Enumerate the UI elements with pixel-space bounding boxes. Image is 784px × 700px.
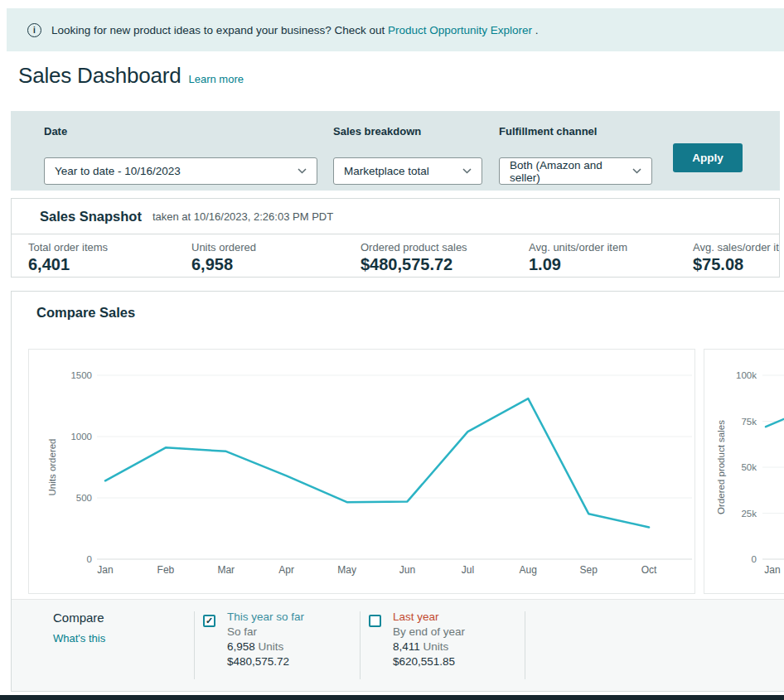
sales-breakdown-select[interactable]: Marketplace total bbox=[333, 157, 482, 185]
apply-button[interactable]: Apply bbox=[673, 143, 743, 172]
sales-snapshot-title: Sales Snapshot bbox=[40, 209, 142, 224]
fulfillment-channel-select[interactable]: Both (Amazon and seller) bbox=[499, 157, 652, 185]
ordered-product-sales-chart-svg: 025k50k75k100kOrdered product salesJan bbox=[704, 350, 784, 593]
snapshot-timestamp: taken at 10/16/2023, 2:26:03 PM PDT bbox=[152, 210, 333, 223]
title-bar: Sales Dashboard Learn more bbox=[18, 63, 244, 89]
svg-text:25k: 25k bbox=[741, 509, 757, 519]
last-year-legend-item: Last year By end of year 8,411 Units $62… bbox=[393, 610, 465, 669]
compare-label: Compare bbox=[53, 611, 104, 625]
svg-text:500: 500 bbox=[76, 493, 92, 503]
svg-text:Apr: Apr bbox=[278, 564, 294, 576]
metric-label: Units ordered bbox=[191, 241, 256, 253]
svg-text:Feb: Feb bbox=[157, 564, 175, 576]
metric-value: 6,958 bbox=[191, 255, 256, 274]
metric-avg-units-per-order: Avg. units/order item 1.09 bbox=[529, 241, 627, 274]
svg-text:Sep: Sep bbox=[580, 564, 598, 576]
legend-sales: $480,575.72 bbox=[227, 654, 304, 669]
svg-text:1500: 1500 bbox=[70, 370, 92, 380]
svg-text:0: 0 bbox=[752, 554, 757, 564]
svg-text:Jul: Jul bbox=[462, 564, 474, 576]
sales-snapshot-panel: Sales Snapshot taken at 10/16/2023, 2:26… bbox=[11, 198, 780, 278]
metric-label: Avg. units/order item bbox=[529, 241, 627, 253]
compare-sales-panel: Compare Sales 050010001500Units orderedJ… bbox=[11, 291, 784, 692]
page-title: Sales Dashboard bbox=[18, 63, 181, 89]
date-filter-value: Year to date - 10/16/2023 bbox=[55, 165, 181, 177]
svg-text:Aug: Aug bbox=[520, 564, 537, 576]
metric-label: Ordered product sales bbox=[361, 241, 467, 253]
svg-text:0: 0 bbox=[87, 554, 92, 564]
legend-divider bbox=[525, 611, 525, 679]
legend-units: 6,958 Units bbox=[227, 640, 304, 654]
sales-dashboard-page: i Looking for new product ideas to expan… bbox=[0, 0, 784, 700]
units-ordered-chart-svg: 050010001500Units orderedJanFebMarAprMay… bbox=[29, 350, 694, 593]
compare-sales-title: Compare Sales bbox=[36, 305, 135, 321]
metric-label: Avg. sales/order item bbox=[693, 241, 780, 253]
metric-total-order-items: Total order items 6,401 bbox=[28, 241, 108, 274]
date-filter-group: Date Year to date - 10/16/2023 bbox=[44, 125, 67, 138]
svg-text:Jun: Jun bbox=[399, 564, 415, 576]
whats-this-link[interactable]: What's this bbox=[53, 632, 105, 644]
fulfillment-channel-value: Both (Amazon and seller) bbox=[510, 159, 626, 184]
fulfillment-channel-filter-group: Fulfillment channel Both (Amazon and sel… bbox=[499, 125, 597, 138]
date-filter-select[interactable]: Year to date - 10/16/2023 bbox=[44, 157, 317, 185]
banner-text-before: Looking for new product ideas to expand … bbox=[51, 24, 388, 36]
legend-series-name: Last year bbox=[393, 610, 465, 625]
metric-avg-sales-per-order: Avg. sales/order item $75.08 bbox=[693, 241, 780, 274]
banner-text-after: . bbox=[532, 24, 539, 36]
svg-text:May: May bbox=[337, 564, 356, 576]
footer-bar bbox=[0, 695, 784, 700]
date-filter-label: Date bbox=[44, 125, 67, 138]
product-opportunity-explorer-link[interactable]: Product Opportunity Explorer bbox=[388, 24, 532, 36]
chevron-down-icon bbox=[298, 168, 307, 174]
legend-divider bbox=[360, 611, 361, 679]
last-year-checkbox[interactable] bbox=[369, 615, 381, 627]
this-year-legend-item: This year so far So far 6,958 Units $480… bbox=[227, 610, 304, 669]
info-banner: i Looking for new product ideas to expan… bbox=[7, 8, 784, 51]
legend-period: By end of year bbox=[393, 625, 465, 640]
svg-text:50k: 50k bbox=[741, 462, 757, 472]
svg-text:1000: 1000 bbox=[70, 432, 92, 442]
metric-value: $480,575.72 bbox=[361, 255, 467, 274]
metric-value: $75.08 bbox=[693, 255, 780, 274]
compare-legend-band: Compare What's this ✓ This year so far S… bbox=[12, 599, 784, 692]
units-ordered-chart: 050010001500Units orderedJanFebMarAprMay… bbox=[28, 349, 695, 594]
metric-ordered-product-sales: Ordered product sales $480,575.72 bbox=[361, 241, 467, 274]
svg-text:Ordered product sales: Ordered product sales bbox=[716, 420, 726, 514]
legend-period: So far bbox=[227, 625, 304, 640]
svg-text:Jan: Jan bbox=[764, 564, 780, 576]
sales-snapshot-header: Sales Snapshot taken at 10/16/2023, 2:26… bbox=[12, 199, 779, 234]
svg-text:100k: 100k bbox=[736, 370, 757, 380]
metric-label: Total order items bbox=[28, 241, 108, 253]
metric-value: 6,401 bbox=[28, 255, 108, 274]
legend-series-name: This year so far bbox=[227, 610, 304, 625]
filter-bar: Date Year to date - 10/16/2023 Sales bre… bbox=[11, 111, 780, 191]
chevron-down-icon bbox=[462, 168, 472, 174]
banner-text: Looking for new product ideas to expand … bbox=[51, 24, 539, 36]
svg-text:Mar: Mar bbox=[217, 564, 235, 576]
sales-breakdown-filter-group: Sales breakdown Marketplace total bbox=[333, 125, 421, 138]
learn-more-link[interactable]: Learn more bbox=[188, 73, 243, 85]
chevron-down-icon bbox=[632, 168, 641, 174]
legend-units: 8,411 Units bbox=[393, 640, 465, 654]
svg-text:Units ordered: Units ordered bbox=[47, 438, 57, 495]
svg-text:Oct: Oct bbox=[641, 564, 657, 576]
svg-text:Jan: Jan bbox=[97, 564, 113, 576]
fulfillment-channel-label: Fulfillment channel bbox=[499, 125, 597, 138]
sales-breakdown-label: Sales breakdown bbox=[333, 125, 421, 138]
legend-divider bbox=[194, 611, 195, 679]
info-icon: i bbox=[27, 23, 41, 37]
metric-value: 1.09 bbox=[529, 255, 627, 274]
svg-text:75k: 75k bbox=[741, 417, 757, 427]
metric-units-ordered: Units ordered 6,958 bbox=[191, 241, 256, 274]
sales-breakdown-value: Marketplace total bbox=[344, 165, 429, 177]
legend-sales: $620,551.85 bbox=[393, 654, 465, 669]
ordered-product-sales-chart: 025k50k75k100kOrdered product salesJan bbox=[704, 349, 784, 594]
this-year-checkbox[interactable]: ✓ bbox=[203, 615, 215, 627]
